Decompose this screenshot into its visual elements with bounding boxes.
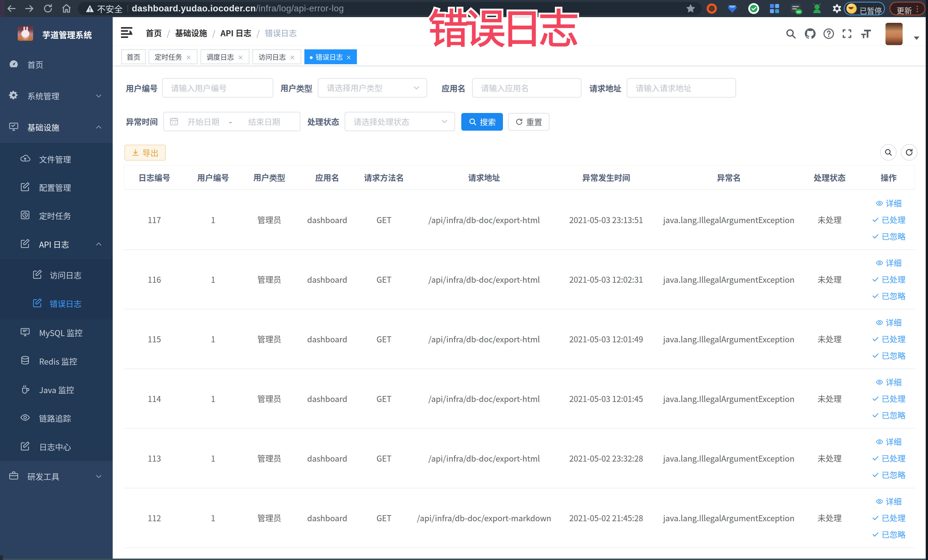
svg-text:on: on <box>797 10 801 14</box>
svg-text:错误日志: 错误日志 <box>428 2 577 55</box>
